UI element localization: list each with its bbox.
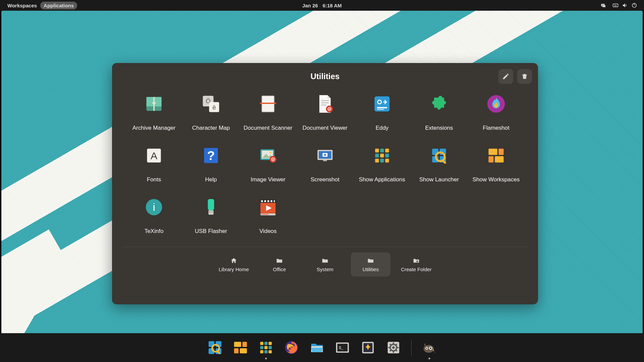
new-folder-icon	[412, 257, 421, 264]
app-label: Document Viewer	[303, 125, 347, 131]
svg-point-6	[616, 5, 617, 5]
svg-rect-97	[264, 346, 268, 349]
svg-line-115	[390, 344, 391, 345]
svg-text:i: i	[153, 201, 155, 213]
folder-office[interactable]: Office	[260, 252, 299, 277]
app-document-viewer[interactable]: Document Viewer	[297, 93, 354, 131]
svg-text:?: ?	[207, 148, 215, 163]
app-label: Extensions	[425, 125, 453, 131]
folder-create[interactable]: Create Folder	[396, 252, 436, 277]
app-show-applications[interactable]: Show Applications	[354, 145, 411, 183]
dock-terminal[interactable]: $_	[335, 340, 350, 355]
help-icon: ?	[200, 145, 222, 166]
trash-icon	[521, 73, 528, 80]
svg-rect-95	[268, 342, 272, 345]
app-help[interactable]: ? Help	[182, 145, 239, 183]
svg-point-26	[329, 108, 330, 110]
dock-applications[interactable]	[258, 340, 274, 355]
dock-workspaces[interactable]	[233, 340, 248, 355]
app-show-workspaces[interactable]: Show Workspaces	[468, 145, 525, 183]
gimp-icon	[422, 340, 437, 355]
svg-rect-91	[234, 348, 238, 353]
svg-rect-21	[321, 100, 329, 101]
folder-icon	[321, 257, 329, 264]
svg-point-124	[430, 348, 431, 349]
svg-rect-78	[274, 200, 275, 202]
dock-gimp[interactable]	[422, 340, 437, 355]
screenshot-icon	[314, 145, 336, 166]
app-extensions[interactable]: Extensions	[411, 93, 468, 131]
folder-label: Utilities	[363, 266, 379, 272]
svg-line-117	[395, 344, 397, 345]
svg-rect-94	[264, 342, 268, 345]
delete-folder-button[interactable]	[517, 69, 532, 84]
folder-utilities[interactable]: Utilities	[351, 252, 390, 277]
clock[interactable]: Jan 26 6:18 AM	[302, 3, 342, 8]
applications-button[interactable]: Applications	[40, 2, 77, 9]
svg-rect-93	[260, 342, 263, 345]
files-icon	[309, 340, 325, 355]
app-image-viewer[interactable]: Image Viewer	[239, 145, 297, 183]
appgrid-icon	[371, 145, 393, 166]
dock-files[interactable]	[309, 340, 325, 355]
rename-folder-button[interactable]	[498, 69, 513, 84]
app-label: Show Applications	[359, 176, 405, 183]
dock-separator	[411, 340, 412, 356]
app-label: Show Launcher	[419, 176, 459, 183]
svg-rect-29	[377, 107, 387, 108]
top-panel: Workspaces Applications Jan 26 6:18 AM	[0, 0, 644, 11]
svg-rect-75	[264, 200, 266, 202]
svg-rect-51	[375, 154, 379, 157]
folder-library-home[interactable]: Library Home	[214, 252, 254, 277]
svg-rect-90	[242, 342, 247, 347]
app-character-map[interactable]: Öê Character Map	[182, 93, 239, 131]
app-usb-flasher[interactable]: USB Flasher	[182, 196, 239, 235]
svg-rect-55	[380, 159, 384, 162]
app-document-scanner[interactable]: Document Scanner	[239, 93, 297, 131]
svg-point-5	[615, 5, 616, 5]
app-label: Flameshot	[483, 125, 509, 131]
keyboard-icon[interactable]	[612, 2, 619, 8]
app-label: Help	[205, 176, 217, 183]
network-icon[interactable]	[600, 2, 606, 8]
app-screenshot[interactable]: Screenshot	[297, 145, 354, 183]
svg-rect-20	[260, 103, 276, 104]
appgrid-icon	[258, 340, 274, 355]
app-grid: Archive Manager Öê Character Map Documen…	[112, 90, 538, 235]
app-show-launcher[interactable]: Show Launcher	[411, 145, 468, 183]
charmap-icon: Öê	[200, 93, 222, 115]
svg-rect-30	[377, 109, 384, 110]
archive-icon	[143, 93, 165, 115]
app-flameshot[interactable]: Flameshot	[468, 93, 525, 131]
svg-rect-69	[208, 199, 214, 210]
dock-media-player[interactable]	[360, 340, 376, 355]
power-icon[interactable]	[631, 2, 637, 8]
app-eddy[interactable]: Eddy	[354, 93, 411, 131]
svg-text:A: A	[151, 150, 157, 161]
usb-icon	[200, 196, 222, 218]
firefox-icon	[284, 340, 299, 355]
overlay-title: Utilities	[311, 72, 340, 81]
folder-icon	[366, 257, 375, 264]
svg-rect-101	[268, 350, 272, 354]
app-archive-manager[interactable]: Archive Manager	[125, 93, 182, 131]
volume-icon[interactable]	[622, 2, 628, 8]
folder-system[interactable]: System	[305, 252, 345, 277]
app-texinfo[interactable]: i TeXinfo	[125, 196, 182, 235]
svg-rect-74	[261, 200, 263, 202]
dock-firefox[interactable]	[284, 340, 299, 355]
svg-point-42	[272, 159, 274, 160]
fonts-icon: A	[143, 145, 165, 166]
svg-line-118	[390, 350, 391, 351]
workspaces-button[interactable]: Workspaces	[4, 2, 40, 9]
svg-rect-56	[385, 159, 389, 162]
svg-point-122	[426, 348, 427, 349]
svg-rect-49	[380, 148, 384, 152]
svg-rect-71	[209, 212, 210, 213]
svg-rect-23	[321, 105, 326, 106]
dock-launcher[interactable]	[207, 340, 223, 355]
app-fonts[interactable]: A Fonts	[125, 145, 182, 183]
svg-text:ê: ê	[212, 104, 216, 111]
app-videos[interactable]: Videos	[239, 196, 297, 235]
dock-settings[interactable]	[386, 340, 401, 355]
